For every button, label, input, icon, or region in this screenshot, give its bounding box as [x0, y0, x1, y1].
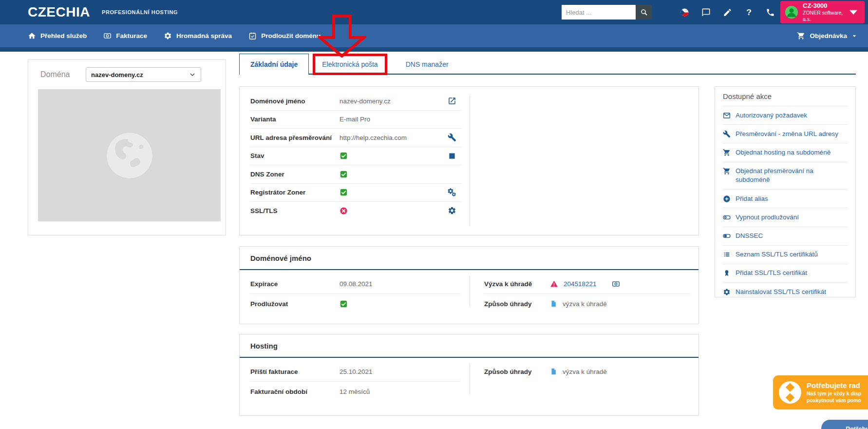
main-nav: Přehled služebFakturaceHromadná správaPr… — [0, 24, 868, 52]
field-value: 12 měsíců — [340, 388, 370, 395]
field-value-cell: 204518221 — [550, 280, 620, 288]
file-icon — [550, 368, 557, 375]
warning-icon — [550, 280, 558, 288]
account-badge[interactable]: CZ-3000 ZONER software, a.s. — [780, 1, 865, 23]
action-dnssec[interactable]: DNSSEC — [723, 227, 848, 245]
action-label: DNSSEC — [736, 232, 763, 240]
action-presmerovani-zmena-url-adresy[interactable]: Přesměrování - změna URL adresy — [723, 124, 848, 143]
action-label: Nainstalovat SSL/TLS certifikát — [736, 288, 826, 296]
chat-bubble-icon[interactable] — [701, 8, 711, 17]
available-actions-panel: Dostupné akce Autorizovaný požadavekPřes… — [715, 86, 856, 297]
action-pridat-alias[interactable]: Přidat alias — [723, 189, 848, 208]
help-widget[interactable]: Potřebujete rad Náš tým je vždy k disp p… — [773, 375, 868, 410]
toggle-off-icon — [723, 214, 731, 221]
check-square-icon — [340, 170, 348, 178]
gears-icon[interactable] — [448, 188, 456, 197]
detail-row-dns-zoner: DNS Zoner — [250, 165, 462, 184]
top-header: CZECHIA PROFESIONÁLNÍ HOSTING ? CZ-3000 … — [0, 0, 868, 24]
tab-elektronicka-posta[interactable]: Elektronická pošta — [315, 56, 384, 73]
action-vypnout-prodluzovani[interactable]: Vypnout prodlužování — [723, 208, 848, 226]
action-autorizovany-pozadavek[interactable]: Autorizovaný požadavek — [723, 106, 848, 124]
nav-item-prodlouzit-domenu[interactable]: Prodloužit doménu — [248, 32, 321, 40]
toggle-on-icon — [723, 232, 731, 240]
field-value: 09.08.2021 — [340, 280, 373, 288]
nav-items: Přehled služebFakturaceHromadná správaPr… — [28, 32, 321, 40]
brand-logo: CZECHIA — [28, 4, 90, 20]
cart-icon — [723, 149, 731, 156]
tab-zakladni-udaje[interactable]: Základní údaje — [239, 54, 309, 75]
detail-value-cell — [340, 170, 446, 178]
actions-title: Dostupné akce — [723, 87, 848, 106]
field-row-prodluzovat: Prodlužovat — [250, 294, 461, 313]
search-box — [562, 5, 652, 20]
section-column: Způsob úhradyvýzva k úhradě — [469, 362, 698, 401]
help-icon[interactable]: ? — [744, 8, 754, 17]
detail-action-cell — [446, 152, 458, 160]
search-input[interactable] — [562, 5, 636, 20]
section-title: Hosting — [240, 334, 698, 358]
help-widget-title: Potřebujete rad — [807, 381, 861, 390]
annotation-highlight-box: Elektronická pošta — [313, 54, 387, 75]
detail-value-cell: nazev-domeny.cz — [340, 98, 446, 105]
detail-action-cell — [446, 133, 458, 142]
divider — [470, 276, 470, 307]
domain-label: Doména — [40, 70, 70, 79]
wrench-icon — [723, 130, 731, 138]
field-value-cell: 12 měsíců — [340, 388, 370, 395]
action-pridat-ssl-tls-certifikat[interactable]: Přidat SSL/TLS certifikát — [723, 264, 848, 282]
nav-item-label: Prodloužit doménu — [261, 32, 321, 39]
nav-item-fakturace[interactable]: Fakturace — [103, 32, 147, 40]
field-row-pristi-fakturace: Příští fakturace25.10.2021 — [250, 362, 461, 382]
search-icon — [640, 8, 648, 16]
action-seznam-ssl-tls-certifikatu[interactable]: Seznam SSL/TLS certifikátů — [723, 245, 848, 264]
nav-item-order[interactable]: Objednávka — [797, 24, 857, 47]
field-label: Způsob úhrady — [484, 368, 550, 375]
list-icon — [723, 251, 731, 258]
field-row-fakturacni-obdobi: Fakturační období12 měsíců — [250, 382, 461, 401]
action-objednat-presmerovani-na-subdomene[interactable]: Objednat přesměrování na subdoméně — [723, 162, 848, 189]
calendar-check-icon — [248, 32, 257, 40]
search-button[interactable] — [636, 5, 652, 20]
nav-item-hromadna-sprava[interactable]: Hromadná správa — [164, 32, 232, 40]
detail-value: http://help.czechia.com — [340, 134, 407, 141]
action-nainstalovat-ssl-tls-certifikat[interactable]: Nainstalovat SSL/TLS certifikát — [723, 282, 848, 301]
detail-value: nazev-domeny.cz — [340, 98, 391, 105]
domain-preview-placeholder — [38, 89, 221, 221]
detail-label: Varianta — [250, 116, 340, 123]
section-column: Expirace09.08.2021Prodlužovat — [240, 274, 469, 313]
phone-icon[interactable] — [766, 8, 775, 17]
field-value-cell: 25.10.2021 — [340, 368, 373, 375]
cart-icon — [797, 32, 805, 40]
detail-label: Doménové jméno — [250, 98, 340, 105]
pencil-icon[interactable] — [723, 8, 732, 17]
caret-down-icon[interactable] — [846, 5, 861, 20]
action-label: Přidat alias — [736, 195, 768, 203]
field-label: Výzva k úhradě — [484, 280, 550, 288]
field-value-cell — [340, 300, 348, 308]
detail-value-cell — [340, 188, 446, 196]
field-row-expirace: Expirace09.08.2021 — [250, 274, 461, 294]
divider — [470, 364, 470, 394]
nav-item-label: Fakturace — [116, 32, 147, 39]
account-company: ZONER software, a.s. — [803, 10, 846, 22]
nav-item-prehled-sluzeb[interactable]: Přehled služeb — [28, 32, 87, 40]
action-objednat-hosting-na-subdomene[interactable]: Objednat hosting na subdoméně — [723, 143, 848, 161]
stop-square-icon[interactable] — [448, 152, 456, 160]
globe-icon — [102, 128, 157, 183]
external-link-icon[interactable] — [448, 97, 456, 105]
banknote-icon[interactable] — [612, 280, 620, 288]
banknote-icon — [103, 32, 112, 40]
section-domain-name: Doménové jméno Expirace09.08.2021Prodluž… — [239, 246, 699, 324]
help-widget-line1: Náš tým je vždy k disp — [807, 390, 861, 397]
payment-request-link[interactable]: 204518221 — [564, 280, 597, 288]
czech-flag-icon[interactable] — [680, 8, 689, 17]
field-label: Expirace — [250, 280, 340, 288]
tab-dns-manazer[interactable]: DNS manažer — [395, 54, 459, 75]
chat-button[interactable]: Potřebujete — [821, 420, 868, 429]
detail-value-cell: http://help.czechia.com — [340, 134, 446, 141]
wrench-icon[interactable] — [448, 133, 456, 142]
domain-select[interactable]: nazev-domeny.cz — [86, 67, 201, 82]
action-label: Objednat hosting na subdoméně — [736, 148, 830, 157]
gear-icon[interactable] — [448, 206, 456, 215]
field-label: Způsob úhrady — [484, 300, 550, 308]
